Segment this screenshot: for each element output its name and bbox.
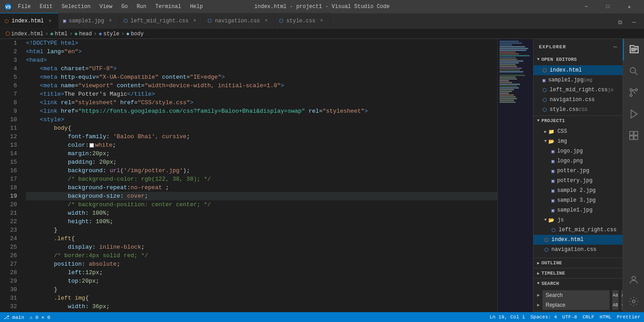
activity-git[interactable] xyxy=(623,82,644,103)
titlebar-menus: File Edit Selection View Go Run Terminal… xyxy=(14,3,207,11)
open-editor-item[interactable]: ▣ sample1.jpg img xyxy=(534,75,623,85)
expand-button[interactable]: ▶ xyxy=(537,302,540,308)
project1-header[interactable]: ▼ Project1 xyxy=(534,116,623,126)
file-logo-png[interactable]: ▣ logo.png xyxy=(534,156,623,166)
menu-file[interactable]: File xyxy=(14,3,34,11)
svg-marker-10 xyxy=(631,110,637,118)
line-number: 32 xyxy=(0,302,22,311)
indentation[interactable]: Spaces: 4 xyxy=(530,314,557,320)
tab-left-mid-right-css[interactable]: ⬡ left_mid_right.css × xyxy=(119,13,203,29)
code-line: /* border:4px solid red; */ xyxy=(26,251,497,260)
tab-label: style.css xyxy=(286,18,315,24)
css-file-icon: ⬡ xyxy=(279,18,284,24)
file-name: logo.jpg xyxy=(557,148,583,154)
code-line: font-family: 'Baloo Bhai', cursive; xyxy=(26,132,497,141)
breadcrumb-file[interactable]: ⬡ index.html xyxy=(5,30,43,37)
svg-rect-4 xyxy=(631,51,636,51)
activity-settings[interactable] xyxy=(623,291,644,312)
editor-area[interactable]: 1 2 3 4 5 6 7 8 9 10 11 12 13 14 15 16 1… xyxy=(0,39,533,312)
match-case-button[interactable]: Aa xyxy=(612,290,619,300)
menu-go[interactable]: Go xyxy=(118,3,131,11)
tab-label: index.html xyxy=(12,18,44,24)
file-sample3-jpg[interactable]: ▣ sample 3.jpg xyxy=(534,195,623,205)
file-name: left_mid_right.css xyxy=(559,227,617,233)
folder-icon: 📁 xyxy=(548,129,555,135)
minimap xyxy=(497,39,533,312)
menu-terminal[interactable]: Terminal xyxy=(152,3,185,11)
close-button[interactable]: ✕ xyxy=(619,0,640,13)
file-logo-jpg[interactable]: ▣ logo.jpg xyxy=(534,146,623,156)
git-branch[interactable]: ⎇ main xyxy=(4,314,24,320)
style-icon: ◈ xyxy=(99,30,102,37)
activity-account[interactable] xyxy=(623,269,644,291)
formatter[interactable]: Prettier xyxy=(617,314,640,320)
file-sample1-jpg[interactable]: ▣ sample1.jpg xyxy=(534,205,623,215)
more-actions-button[interactable]: ⋯ xyxy=(628,16,640,29)
breadcrumb-body[interactable]: ◈ body xyxy=(126,30,144,37)
file-navigation-css[interactable]: ⬡ navigation.css xyxy=(534,245,623,254)
tab-close-button[interactable]: × xyxy=(107,17,114,25)
tab-close-button[interactable]: × xyxy=(263,17,270,25)
html-file-icon: ⬡ xyxy=(544,237,549,243)
cursor-position[interactable]: Ln 19, Col 1 xyxy=(490,314,525,320)
menu-view[interactable]: View xyxy=(96,3,116,11)
folder-img[interactable]: ▼ 📂 img xyxy=(534,136,623,146)
breadcrumb-style[interactable]: ◈ style xyxy=(99,30,119,37)
menu-run[interactable]: Run xyxy=(133,3,150,11)
folder-js[interactable]: ▼ 📂 js xyxy=(534,215,623,225)
breadcrumb-head[interactable]: ◈ head xyxy=(74,30,92,37)
timeline-header[interactable]: ▶ Timeline xyxy=(534,268,623,278)
code-content[interactable]: <!DOCTYPE html> <html lang="en"> <head> … xyxy=(22,39,497,312)
activity-debug[interactable] xyxy=(623,103,644,125)
outline-header[interactable]: ▶ Outline xyxy=(534,258,623,268)
svg-point-8 xyxy=(635,89,637,91)
file-pottery-jpg[interactable]: ▣ pottery.jpg xyxy=(534,176,623,186)
search-input[interactable] xyxy=(542,290,610,300)
open-editors-header[interactable]: ▼ Open Editors xyxy=(534,55,623,64)
language-mode[interactable]: HTML xyxy=(600,314,611,320)
split-editor-button[interactable]: ⧉ xyxy=(614,16,626,29)
timeline-label: Timeline xyxy=(541,271,565,276)
maximize-button[interactable]: □ xyxy=(597,0,618,13)
line-number: 18 xyxy=(0,183,22,192)
jpg-file-icon: ▣ xyxy=(551,148,555,154)
file-left-mid-right-css[interactable]: ⬡ left_mid_right.css xyxy=(534,225,623,235)
line-number: 8 xyxy=(0,98,22,107)
replace-input[interactable] xyxy=(542,300,610,310)
encoding[interactable]: UTF-8 xyxy=(562,314,577,320)
code-line: height: 100%; xyxy=(26,217,497,226)
menu-selection[interactable]: Selection xyxy=(58,3,94,11)
activity-explorer[interactable] xyxy=(623,39,644,60)
new-file-button[interactable]: ⋯ xyxy=(614,43,617,51)
menu-edit[interactable]: Edit xyxy=(36,3,56,11)
code-line: <link href="https://fonts.googleapis.com… xyxy=(26,107,497,115)
expand-button[interactable]: ▶ xyxy=(537,292,540,298)
open-editor-item[interactable]: ⬡ left_mid_right.css js xyxy=(534,85,623,95)
menu-help[interactable]: Help xyxy=(186,3,207,11)
file-sample2-jpg[interactable]: ▣ sample 2.jpg xyxy=(534,186,623,195)
line-ending[interactable]: CRLF xyxy=(582,314,594,320)
tab-close-button[interactable]: × xyxy=(318,17,325,25)
line-number: 12 xyxy=(0,132,22,141)
open-editor-item[interactable]: ⬡ index.html xyxy=(534,65,623,75)
activity-extensions[interactable] xyxy=(623,125,644,146)
minimize-button[interactable]: ─ xyxy=(576,0,597,13)
breadcrumb-html[interactable]: ◈ html xyxy=(50,30,68,37)
tab-style-css[interactable]: ⬡ style.css × xyxy=(275,13,330,29)
activity-search[interactable] xyxy=(623,60,644,82)
code-area[interactable]: 1 2 3 4 5 6 7 8 9 10 11 12 13 14 15 16 1… xyxy=(0,39,497,312)
tab-navigation-css[interactable]: ⬡ navigation.css × xyxy=(203,13,275,29)
search-header[interactable]: ▼ Search xyxy=(534,279,623,288)
error-warning-count[interactable]: ⚠ 0 ✕ 0 xyxy=(30,314,50,320)
tab-close-button[interactable]: × xyxy=(191,17,198,25)
folder-css[interactable]: ▶ 📁 CSS xyxy=(534,127,623,136)
open-editor-item[interactable]: ⬡ style.css CSS xyxy=(534,105,623,114)
tab-close-button[interactable]: × xyxy=(47,17,54,25)
file-index-html[interactable]: ⬡ index.html xyxy=(534,235,623,245)
file-potter-jpg[interactable]: ▣ potter.jpg xyxy=(534,166,623,176)
tab-index-html[interactable]: ⬡ index.html × xyxy=(0,13,59,29)
open-editor-item[interactable]: ⬡ navigation.css xyxy=(534,95,623,105)
preserve-case-button[interactable]: AB xyxy=(612,300,619,310)
line-number: 26 xyxy=(0,251,22,260)
tab-sample1-jpg[interactable]: ▣ sample1.jpg × xyxy=(59,13,119,29)
